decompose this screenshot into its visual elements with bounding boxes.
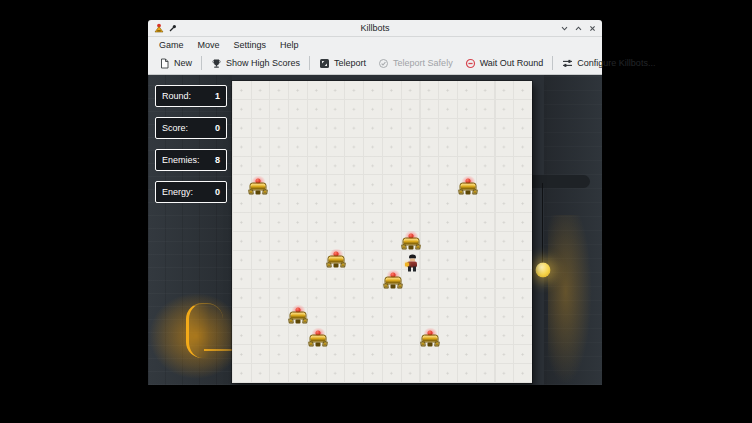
robot-tread-right [262, 190, 268, 195]
toolbar-separator [552, 56, 553, 70]
robot-tread-right [434, 342, 440, 347]
robot-tread-left [248, 190, 254, 195]
enemy-robot [289, 308, 308, 325]
maximize-button[interactable] [574, 24, 583, 33]
enemy-robot [249, 179, 268, 196]
theme-lamp-mount [526, 175, 590, 188]
titlebar[interactable]: Killbots [148, 20, 602, 37]
stat-score-value: 0 [215, 123, 220, 133]
robot-tread-right [472, 190, 478, 195]
close-button[interactable] [588, 24, 597, 33]
hero-legs [408, 267, 411, 272]
window-title: Killbots [148, 23, 602, 33]
wait-out-round-icon [465, 58, 476, 69]
toolbar-button-teleport[interactable]: Teleport [313, 56, 372, 71]
enemy-robot [384, 273, 403, 290]
robot-tread-left [420, 342, 426, 347]
robot-tread-right [340, 263, 346, 268]
robot-foot [391, 285, 396, 289]
toolbar: New Show High Scores Teleport [148, 52, 602, 75]
theme-lamp-cord [542, 183, 543, 263]
stat-enemies-label: Enemies: [162, 155, 200, 165]
stat-score-label: Score: [162, 123, 188, 133]
pin-icon[interactable] [168, 24, 177, 33]
minimize-button[interactable] [560, 24, 569, 33]
stat-round-label: Round: [162, 91, 191, 101]
desktop: { "window": { "title": "Killbots" }, "me… [0, 0, 752, 423]
robot-tread-left [326, 263, 332, 268]
stat-round-value: 1 [215, 91, 220, 101]
titlebar-icons [148, 23, 177, 33]
robot-foot [256, 191, 261, 195]
trophy-icon [211, 58, 222, 69]
menubar: Game Move Settings Help [148, 37, 602, 52]
robot-tread-right [397, 284, 403, 289]
robot-foot [316, 343, 321, 347]
menu-move[interactable]: Move [191, 39, 227, 51]
robot-tread-right [322, 342, 328, 347]
toolbar-button-wait-out-round[interactable]: Wait Out Round [459, 56, 550, 71]
new-document-icon [159, 58, 170, 69]
robot-foot [466, 191, 471, 195]
stat-energy-label: Energy: [162, 187, 193, 197]
enemy-robot [327, 252, 346, 269]
toolbar-button-label: Wait Out Round [480, 58, 544, 68]
toolbar-button-show-high-scores[interactable]: Show High Scores [205, 56, 306, 71]
robot-foot [296, 320, 301, 324]
enemy-robot [402, 234, 421, 251]
toolbar-separator [201, 56, 202, 70]
theme-glow-right [548, 215, 592, 385]
theme-lamp-ball [536, 263, 551, 278]
robot-foot [409, 246, 414, 250]
robot-tread-right [302, 319, 308, 324]
stat-score: Score: 0 [155, 117, 227, 139]
toolbar-button-label: New [174, 58, 192, 68]
stat-energy-value: 0 [215, 187, 220, 197]
toolbar-button-new[interactable]: New [153, 56, 198, 71]
robot-foot [428, 343, 433, 347]
menu-settings[interactable]: Settings [227, 39, 274, 51]
enemy-robot [459, 179, 478, 196]
toolbar-button-label: Show High Scores [226, 58, 300, 68]
toolbar-button-configure-killbots[interactable]: Configure Killbots... [556, 56, 661, 71]
toolbar-separator [309, 56, 310, 70]
teleport-safely-icon [378, 58, 389, 69]
menu-game[interactable]: Game [152, 39, 191, 51]
stat-enemies-value: 8 [215, 155, 220, 165]
enemy-robot [421, 331, 440, 348]
robot-foot [334, 264, 339, 268]
configure-icon [562, 58, 573, 69]
toolbar-button-teleport-safely[interactable]: Teleport Safely [372, 56, 459, 71]
game-board[interactable] [232, 81, 532, 383]
stat-energy: Energy: 0 [155, 181, 227, 203]
robot-tread-left [401, 245, 407, 250]
robot-tread-left [458, 190, 464, 195]
robot-tread-left [288, 319, 294, 324]
enemy-robot [309, 331, 328, 348]
window-content: Round: 1 Score: 0 Enemies: 8 Energy: 0 [148, 75, 602, 385]
hero [406, 255, 418, 272]
toolbar-button-label: Teleport [334, 58, 366, 68]
robot-tread-left [308, 342, 314, 347]
robot-tread-left [383, 284, 389, 289]
toolbar-button-label: Teleport Safely [393, 58, 453, 68]
menu-help[interactable]: Help [273, 39, 306, 51]
window-controls [560, 20, 597, 36]
toolbar-button-label: Configure Killbots... [577, 58, 655, 68]
killbots-app-icon [154, 23, 164, 33]
stat-enemies: Enemies: 8 [155, 149, 227, 171]
killbots-window: Killbots Game Move Settings Help [148, 20, 602, 385]
teleport-icon [319, 58, 330, 69]
robot-tread-right [415, 245, 421, 250]
stat-round: Round: 1 [155, 85, 227, 107]
